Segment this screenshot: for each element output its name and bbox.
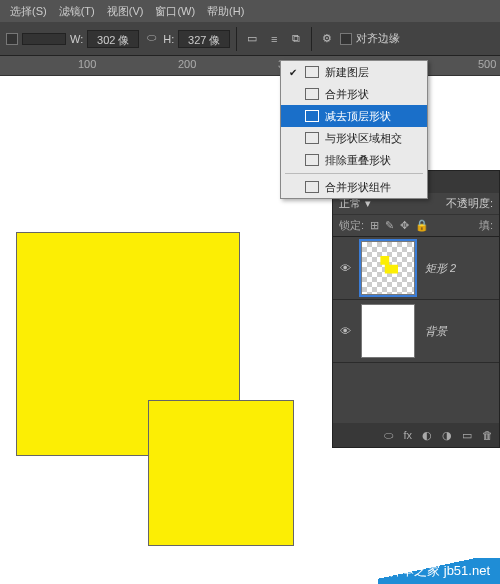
path-operations-menu: ✔ 新建图层 合并形状 减去顶层形状 与形状区域相交 排除重叠形状 合并形状组件	[280, 60, 428, 199]
menu-label: 新建图层	[325, 65, 369, 80]
new-layer-icon	[305, 66, 319, 78]
gear-icon[interactable]: ⚙	[318, 30, 336, 48]
visibility-icon[interactable]: 👁	[333, 237, 357, 299]
visibility-icon[interactable]: 👁	[333, 300, 357, 362]
folder-icon[interactable]: ▭	[462, 429, 472, 442]
fx-icon[interactable]: fx	[403, 429, 412, 441]
lock-all-icon[interactable]: 🔒	[415, 219, 429, 232]
menu-label: 合并形状组件	[325, 180, 391, 195]
tool-checkbox[interactable]	[6, 33, 18, 45]
shape-rect-2[interactable]	[148, 400, 294, 546]
path-ops-icon[interactable]: ▭	[243, 30, 261, 48]
intersect-icon	[305, 132, 319, 144]
watermark: 脚本之家 jb51.net	[378, 558, 500, 584]
menu-window[interactable]: 窗口(W)	[149, 4, 201, 19]
height-label: H:	[163, 33, 174, 45]
layer-thumbnail[interactable]	[361, 304, 415, 358]
merge-icon	[305, 88, 319, 100]
ruler-tick-label: 100	[78, 58, 96, 70]
menu-exclude[interactable]: 排除重叠形状	[281, 149, 427, 171]
merge-comp-icon	[305, 181, 319, 193]
link-icon[interactable]: ⬭	[143, 31, 159, 47]
ruler-tick-label: 200	[178, 58, 196, 70]
separator	[236, 27, 237, 51]
menu-label: 与形状区域相交	[325, 131, 402, 146]
menu-new-layer[interactable]: ✔ 新建图层	[281, 61, 427, 83]
lock-label: 锁定:	[339, 218, 364, 233]
thumb-shape	[376, 256, 398, 278]
menu-select[interactable]: 选择(S)	[4, 4, 53, 19]
separator	[311, 27, 312, 51]
fill-label: 填:	[479, 218, 493, 233]
menu-subtract-front[interactable]: 减去顶层形状	[281, 105, 427, 127]
menu-label: 排除重叠形状	[325, 153, 391, 168]
layer-name[interactable]: 背景	[419, 324, 499, 339]
menu-merge-components[interactable]: 合并形状组件	[281, 176, 427, 198]
menu-separator	[285, 173, 423, 174]
menu-view[interactable]: 视图(V)	[101, 4, 150, 19]
arrange-icon[interactable]: ⧉	[287, 30, 305, 48]
exclude-icon	[305, 154, 319, 166]
width-label: W:	[70, 33, 83, 45]
menu-bar: 选择(S) 滤镜(T) 视图(V) 窗口(W) 帮助(H)	[0, 0, 500, 22]
layers-footer: ⬭ fx ◐ ◑ ▭ 🗑	[333, 423, 499, 447]
adjustment-icon[interactable]: ◑	[442, 429, 452, 442]
height-input[interactable]: 327 像	[178, 30, 230, 48]
width-input[interactable]: 302 像	[87, 30, 139, 48]
menu-intersect[interactable]: 与形状区域相交	[281, 127, 427, 149]
link-layers-icon[interactable]: ⬭	[384, 429, 393, 442]
layer-name[interactable]: 矩形 2	[419, 261, 499, 276]
lock-pixels-icon[interactable]: ✎	[385, 219, 394, 232]
options-bar: W: 302 像 ⬭ H: 327 像 ▭ ≡ ⧉ ⚙ 对齐边缘	[0, 22, 500, 56]
menu-label: 减去顶层形状	[325, 109, 391, 124]
stroke-style[interactable]	[22, 33, 66, 45]
layer-row-2[interactable]: 👁 背景	[333, 300, 499, 363]
layer-thumbnail[interactable]	[361, 241, 415, 295]
trash-icon[interactable]: 🗑	[482, 429, 493, 441]
menu-help[interactable]: 帮助(H)	[201, 4, 250, 19]
ruler-tick-label: 500	[478, 58, 496, 70]
check-icon: ✔	[287, 67, 299, 78]
layer-row-1[interactable]: 👁 矩形 2	[333, 237, 499, 300]
menu-merge-shapes[interactable]: 合并形状	[281, 83, 427, 105]
layers-panel: ⇄ T ◫ 正常 不透明度: 锁定: ⊞ ✎ ✥ 🔒 填: 👁 矩形 2 👁 背…	[332, 170, 500, 448]
lock-pos-icon[interactable]: ✥	[400, 219, 409, 232]
subtract-icon	[305, 110, 319, 122]
align-icon[interactable]: ≡	[265, 30, 283, 48]
align-edges-label: 对齐边缘	[356, 31, 400, 46]
layers-empty	[333, 363, 499, 423]
mask-icon[interactable]: ◐	[422, 429, 432, 442]
menu-label: 合并形状	[325, 87, 369, 102]
lock-row: 锁定: ⊞ ✎ ✥ 🔒 填:	[333, 215, 499, 237]
menu-filter[interactable]: 滤镜(T)	[53, 4, 101, 19]
lock-trans-icon[interactable]: ⊞	[370, 219, 379, 232]
opacity-label: 不透明度:	[446, 196, 493, 211]
align-edges-checkbox[interactable]	[340, 33, 352, 45]
